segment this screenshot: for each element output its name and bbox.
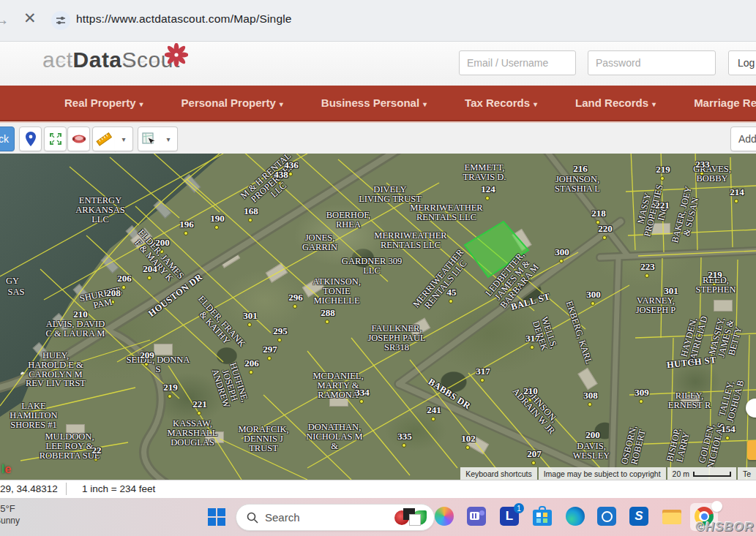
parcel-number[interactable]: 288 xyxy=(321,308,335,317)
nav-item-personal-property[interactable]: Personal Property▾ xyxy=(181,97,283,109)
parcel-owner-label[interactable]: GARDNER 309 LLC xyxy=(342,257,402,276)
task-view-icon[interactable] xyxy=(402,507,422,527)
pegman-icon[interactable] xyxy=(747,440,756,460)
parcel-number[interactable]: 309 xyxy=(635,388,649,397)
parcel-owner-label[interactable]: MULDOON, LEE ROY & ROBERTA SUE xyxy=(40,432,100,460)
parcel-number[interactable]: 214 xyxy=(730,187,744,197)
parcel-number[interactable]: 216 xyxy=(573,164,588,173)
start-button[interactable] xyxy=(208,508,225,526)
parcel-number[interactable]: 221 xyxy=(655,200,670,210)
streetview-car-button[interactable] xyxy=(67,127,90,151)
parcel-number[interactable]: 196 xyxy=(179,219,194,229)
parcel-number[interactable]: 207 xyxy=(527,449,542,458)
parcel-number[interactable]: 200 xyxy=(155,238,170,247)
parcel-owner-label[interactable]: FAULKNER, JOSEPH PAUL SR318 xyxy=(367,324,425,352)
parcel-owner-label[interactable]: MERRIWEATHER RENTALS LLC xyxy=(410,203,482,222)
attribution-item[interactable]: Te xyxy=(738,467,756,480)
site-info-icon[interactable] xyxy=(51,11,70,30)
back-button[interactable]: ck xyxy=(0,127,15,151)
measure-dropdown[interactable]: ▾ xyxy=(115,127,133,151)
parcel-number[interactable]: 124 xyxy=(481,184,495,194)
parcel-number[interactable]: 219 xyxy=(163,382,178,392)
parcel-number[interactable]: 218 xyxy=(591,208,606,218)
parcel-number[interactable]: 190 xyxy=(210,214,225,223)
parcel-number[interactable]: 154 xyxy=(721,424,736,434)
login-button[interactable]: Log in xyxy=(728,50,756,75)
weather-widget[interactable]: 75°F Sunny xyxy=(0,503,20,526)
parcel-owner-label[interactable]: KASSAW, MARSHALL DOUGLAS xyxy=(168,419,218,447)
parcel-owner-label[interactable]: HUEY, HAROLD E & CAROLYN M REV LIV TRST xyxy=(26,351,86,388)
parcel-number[interactable]: 223 xyxy=(640,262,655,271)
parcel-number[interactable]: 301 xyxy=(664,286,678,295)
parcel-number[interactable]: 221 xyxy=(192,399,207,409)
parcel-number[interactable]: 206 xyxy=(117,273,132,283)
parcel-map[interactable]: ENTERGY ARKANSAS LLCM & H RENTAL PROPERT… xyxy=(0,154,756,480)
parcel-number[interactable]: 200 xyxy=(585,430,600,439)
parcel-number[interactable]: 168 xyxy=(244,206,258,216)
parcel-number[interactable]: 204 xyxy=(143,264,157,273)
nav-item-tax-records[interactable]: Tax Records▾ xyxy=(465,97,537,109)
parcel-owner-label[interactable]: RILEY, ERNEST R xyxy=(668,391,711,410)
parcel-number[interactable]: 334 xyxy=(355,388,370,397)
parcel-owner-label[interactable]: SAS xyxy=(8,287,25,297)
parcel-owner-label[interactable]: ALVIS, DAVID C & LAURA M xyxy=(46,320,105,339)
parcel-owner-label[interactable]: DONATHAN, NICHOLAS M & xyxy=(306,423,362,450)
select-parcel-button[interactable] xyxy=(138,127,160,151)
nav-item-land-records[interactable]: Land Records▾ xyxy=(575,97,656,109)
parcel-owner-label[interactable]: EMMETT, TRAVIS D. xyxy=(463,163,506,182)
parcel-number[interactable]: 208 xyxy=(106,288,121,298)
parcel-number[interactable]: 22 xyxy=(92,445,102,455)
parcel-number[interactable]: 210 xyxy=(73,309,88,319)
fullscreen-button[interactable] xyxy=(44,127,67,151)
parcel-number[interactable]: 438 xyxy=(274,170,288,179)
email-field[interactable] xyxy=(459,50,576,75)
parcel-owner-label[interactable]: MORAFCIK, DENNIS J TRUST xyxy=(238,425,288,453)
file-explorer-icon[interactable] xyxy=(662,507,682,527)
parcel-number[interactable]: 317 xyxy=(476,366,490,376)
parcel-number[interactable]: 335 xyxy=(397,431,412,441)
parcel-number[interactable]: 209 xyxy=(140,350,154,360)
parcel-number[interactable]: 102 xyxy=(461,434,476,443)
nav-item-business-personal[interactable]: Business Personal▾ xyxy=(321,97,427,109)
teams-icon[interactable] xyxy=(467,507,487,527)
parcel-owner-label[interactable]: JOHNSON, STASHIA L xyxy=(555,175,600,194)
password-field[interactable] xyxy=(588,50,716,75)
parcel-owner-label[interactable]: DAVIS, WESLEY xyxy=(573,442,610,461)
parcel-owner-label[interactable]: MERRIWEATHER RENTALS LLC xyxy=(374,231,446,250)
parcel-number[interactable]: 296 xyxy=(288,292,303,302)
parcel-number[interactable]: 300 xyxy=(586,290,601,299)
nav-item-marriage-records[interactable]: Marriage Records▾ xyxy=(694,97,756,109)
parcel-number[interactable]: 219 xyxy=(656,165,670,174)
l-app-icon[interactable]: L 1 xyxy=(500,507,520,527)
parcel-number[interactable]: 45 xyxy=(447,287,457,297)
address-button[interactable]: Addr xyxy=(730,127,756,151)
attribution-item[interactable]: Keyboard shortcuts xyxy=(460,467,536,480)
parcel-owner-label[interactable]: GY xyxy=(6,276,19,286)
parcel-number[interactable]: 219 xyxy=(708,270,722,279)
alexa-icon[interactable] xyxy=(597,507,618,527)
parcel-owner-label[interactable]: SEIDL, DONNA S xyxy=(127,355,190,374)
parcel-number[interactable]: 220 xyxy=(598,224,613,233)
parcel-owner-label[interactable]: BOERHOF, RHEA xyxy=(326,211,370,230)
location-pin-button[interactable] xyxy=(19,127,42,151)
parcel-owner-label[interactable]: LAKE HAMILTON SHORES #1 xyxy=(10,401,57,429)
microsoft-store-icon[interactable] xyxy=(533,507,553,527)
address-bar[interactable]: https://www.actdatascout.com/Map/Single xyxy=(76,12,292,26)
parcel-number[interactable]: 210 xyxy=(523,386,538,396)
parcel-owner-label[interactable]: ATKINSON, TONIE MICHELLE xyxy=(312,277,361,305)
parcel-number[interactable]: 206 xyxy=(244,358,259,368)
parcel-owner-label[interactable]: JONES, GARRIN xyxy=(302,233,337,252)
parcel-number[interactable]: 317 xyxy=(525,333,540,343)
parcel-number[interactable]: 295 xyxy=(273,326,288,336)
nav-item-real-property[interactable]: Real Property▾ xyxy=(64,97,143,109)
edge-icon[interactable] xyxy=(566,507,586,527)
parcel-number[interactable]: 297 xyxy=(263,344,277,354)
parcel-number[interactable]: 301 xyxy=(243,311,258,320)
forward-icon[interactable]: → xyxy=(0,10,10,29)
parcel-number[interactable]: 308 xyxy=(583,390,598,400)
parcel-number[interactable]: 233 xyxy=(695,159,710,169)
parcel-number[interactable]: 241 xyxy=(427,405,441,415)
parcel-owner-label[interactable]: DIVELY LIVING TRUST xyxy=(359,185,422,204)
parcel-number[interactable]: 300 xyxy=(555,247,569,257)
parcel-owner-label[interactable]: VARNEY, JOSEPH P xyxy=(636,296,676,315)
